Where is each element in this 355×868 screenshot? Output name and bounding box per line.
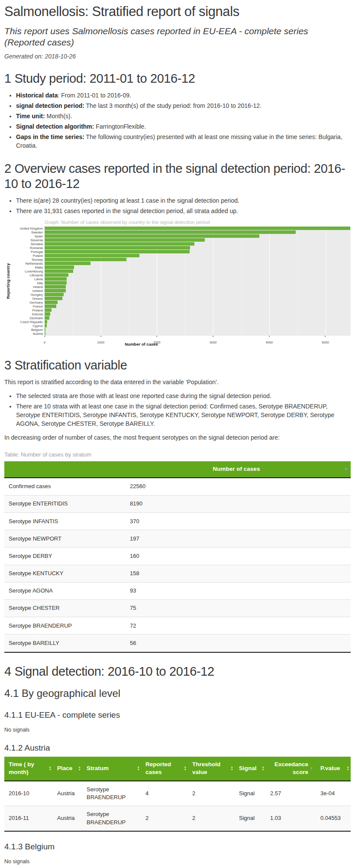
bar-row <box>45 254 351 258</box>
x-tick: 5000 <box>322 336 329 345</box>
bar-row <box>45 230 351 234</box>
list-item: signal detection period: The last 3 mont… <box>16 101 351 110</box>
bar <box>45 246 190 249</box>
y-axis-label: Portugal <box>11 250 45 254</box>
bar <box>45 269 73 272</box>
sort-icon[interactable]: ▲▼ <box>231 766 233 771</box>
y-axis-label: Czech Republic <box>11 320 45 324</box>
stratum-column-header[interactable]: Stratum▲▼ <box>82 757 141 781</box>
cases-cell: 158 <box>126 565 351 582</box>
bar <box>45 297 62 300</box>
threshold-cell: 2 <box>188 806 235 831</box>
reported-cases-cell: 2 <box>141 806 188 831</box>
sort-icon[interactable]: ▲▼ <box>49 766 52 771</box>
list-item: There are 31,931 cases reported in the s… <box>16 207 351 215</box>
x-tick: 2000 <box>153 336 161 345</box>
y-axis-label: Italy <box>11 281 45 285</box>
sort-desc-icon[interactable]: ▼ <box>310 766 313 771</box>
stratum-cell: Confirmed cases <box>4 478 126 496</box>
y-axis-label: Ireland <box>11 285 45 289</box>
table-row: Confirmed cases 22560 <box>4 478 351 496</box>
sort-icon[interactable]: ▲▼ <box>78 766 81 771</box>
y-axis-label: Slovenia <box>11 238 45 242</box>
bar-row <box>45 316 351 320</box>
bar-row <box>45 281 351 285</box>
plot-panel <box>45 227 351 336</box>
bar <box>45 234 259 237</box>
section-2-bullets: There is(are) 28 country(ies) reporting … <box>4 196 351 215</box>
list-item: Signal detection algorithm: FarringtonFl… <box>16 122 351 131</box>
bar <box>45 242 194 245</box>
bars <box>45 227 351 336</box>
place-cell: Austria <box>53 781 82 806</box>
pvalue-cell: 3e-04 <box>316 781 351 806</box>
bar <box>45 238 205 241</box>
stratum-cell: Serotype INFANTIS <box>4 513 126 530</box>
list-item: The selected strata are those with at le… <box>16 392 351 400</box>
exceedance-cell: 1.03 <box>266 806 316 831</box>
bar <box>45 301 58 304</box>
bar-row <box>45 242 351 246</box>
section-4-1-1-heading: 4.1.1 EU-EEA - complete series <box>4 710 351 720</box>
place-column-header[interactable]: Place▲▼ <box>53 757 82 781</box>
cases-cell: 75 <box>126 599 351 617</box>
austria-table-header-row: Time ( by month)▲▼ Place▲▼ Stratum▲▼ Rep… <box>4 757 351 781</box>
pvalue-column-header[interactable]: P.value▲▼ <box>316 757 351 781</box>
signal-column-header[interactable]: Signal▲▼ <box>235 757 266 781</box>
section-3-heading: 3 Stratification variable <box>4 358 351 373</box>
sort-desc-icon[interactable]: ▼ <box>344 466 348 472</box>
time-column-header[interactable]: Time ( by month)▲▼ <box>4 757 53 781</box>
bar-row <box>45 293 351 297</box>
bar <box>45 230 296 233</box>
cases-column-header[interactable]: Number of cases ▼ <box>126 461 351 478</box>
y-axis-title: Reporting country <box>4 227 11 336</box>
time-cell: 2016-11 <box>4 806 53 831</box>
x-tick: 0 <box>44 336 45 345</box>
bar <box>45 273 68 276</box>
y-axis-label: Norway <box>11 258 45 262</box>
bar-row <box>45 320 351 324</box>
y-axis-label: Poland <box>11 254 45 258</box>
bar <box>45 308 52 311</box>
y-axis-label: Romania <box>11 246 45 250</box>
table-row: Serotype DERBY 160 <box>4 547 351 565</box>
bar <box>45 320 47 323</box>
bar-row <box>45 246 351 250</box>
cases-cell: 370 <box>126 513 351 530</box>
bar-row <box>45 312 351 316</box>
y-axis-label: Finland <box>11 308 45 312</box>
reported-cases-cell: 4 <box>141 781 188 806</box>
y-axis-label: Slovakia <box>11 242 45 246</box>
list-item: Time unit: Month(s). <box>16 112 351 120</box>
bar-row <box>45 304 351 308</box>
y-axis-label: Cyprus <box>11 324 45 328</box>
section-3-bullets: The selected strata are those with at le… <box>4 392 351 428</box>
cases-cell: 8190 <box>126 495 351 512</box>
bar <box>45 266 74 269</box>
sort-icon[interactable]: ▲▼ <box>137 766 140 771</box>
bar-row <box>45 308 351 312</box>
bar-row <box>45 285 351 289</box>
table-row: Serotype AGONA 93 <box>4 582 351 599</box>
exceedance-column-header[interactable]: Exceedance score▼ <box>266 757 316 781</box>
signal-cell: Signal <box>235 781 266 806</box>
pvalue-cell: 0.04553 <box>316 806 351 831</box>
sort-icon[interactable]: ▲▼ <box>262 766 265 771</box>
sort-icon[interactable]: ▲▼ <box>347 766 349 771</box>
cases-cell: 197 <box>126 530 351 547</box>
table-row: Serotype CHESTER 75 <box>4 599 351 617</box>
bar-row <box>45 250 351 254</box>
stratum-cell: Serotype AGONA <box>4 582 126 599</box>
cases-cell: 56 <box>126 635 351 652</box>
reported-cases-column-header[interactable]: Reported cases▲▼ <box>141 757 188 781</box>
bar <box>45 277 67 280</box>
y-axis-label: United Kingdom <box>11 227 45 230</box>
threshold-column-header[interactable]: Threshold value▲▼ <box>188 757 235 781</box>
x-tick: 1000 <box>97 336 104 345</box>
bar-row <box>45 328 351 332</box>
sort-icon[interactable]: ▲▼ <box>184 766 187 771</box>
section-4-1-3-heading: 4.1.3 Belgium <box>4 842 351 852</box>
stratum-column-header[interactable] <box>4 461 126 478</box>
bar-row <box>45 238 351 242</box>
stratification-outro: In decreasing order of number of cases, … <box>4 433 351 442</box>
